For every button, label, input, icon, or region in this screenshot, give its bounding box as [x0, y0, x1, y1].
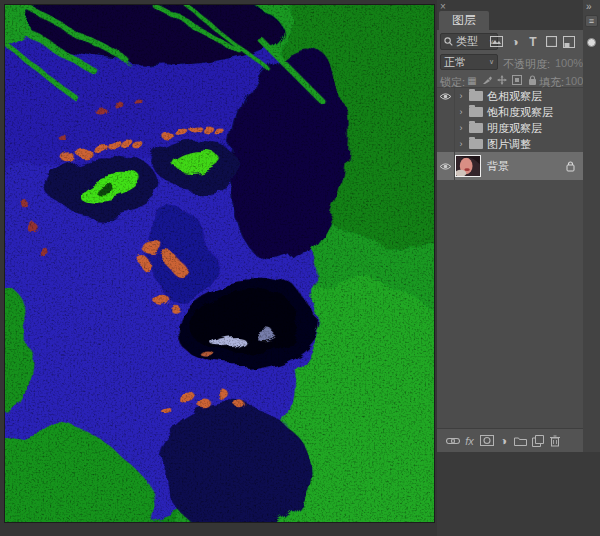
layer-row-saturation-observe[interactable]: › 饱和度观察层	[437, 104, 583, 120]
filter-type-layers-icon[interactable]: T	[525, 34, 541, 49]
lock-position-icon[interactable]	[495, 73, 509, 87]
photoshop-window: × 图层 类型 ∨ ◑	[0, 0, 600, 536]
panel-menu-icon[interactable]: ≡	[585, 15, 598, 27]
filter-adjustment-layers-icon[interactable]: ◑	[507, 34, 523, 49]
link-layers-icon[interactable]	[445, 433, 460, 448]
panel-right-band: » ≡	[583, 0, 600, 452]
chevron-down-icon: ∨	[489, 58, 494, 66]
layer-name[interactable]: 图片调整	[487, 137, 531, 152]
new-layer-icon[interactable]	[530, 433, 545, 448]
layer-style-fx-icon[interactable]: fx	[462, 433, 477, 448]
blend-mode-dropdown[interactable]: 正常 ∨	[440, 54, 498, 70]
lock-transparent-pixels-icon[interactable]: ▦	[465, 73, 479, 87]
panel-bottom-bar: fx ◑	[437, 428, 583, 452]
group-folder-icon	[469, 139, 483, 149]
lock-icon	[566, 161, 575, 172]
layer-row-background[interactable]: 背景	[437, 152, 583, 180]
layer-row-lightness-observe[interactable]: › 明度观察层	[437, 120, 583, 136]
visibility-toggle[interactable]	[437, 152, 455, 180]
twist-arrow-icon[interactable]: ›	[455, 139, 467, 149]
filter-type-label: 类型	[456, 34, 478, 49]
lock-image-pixels-icon[interactable]	[480, 73, 494, 87]
posterized-portrait-image	[5, 5, 434, 522]
visibility-toggle[interactable]	[437, 120, 455, 136]
layer-controls: 类型 ∨ ◑ T 正常	[437, 30, 583, 88]
visibility-toggle[interactable]	[437, 104, 455, 120]
eye-icon	[439, 162, 452, 171]
visibility-toggle[interactable]	[437, 88, 455, 104]
document-canvas[interactable]	[4, 4, 435, 523]
layer-list: › 色相观察层 › 饱和度观察层 › 明度观察层	[437, 88, 583, 428]
filter-shape-layers-icon[interactable]	[543, 34, 559, 49]
group-folder-icon	[469, 107, 483, 117]
opacity-value[interactable]: 100%	[555, 57, 583, 69]
eye-icon	[439, 92, 452, 101]
new-adjustment-layer-icon[interactable]: ◑	[496, 433, 511, 448]
layer-name[interactable]: 色相观察层	[487, 89, 542, 104]
search-icon	[444, 37, 453, 46]
layer-row-hue-observe[interactable]: › 色相观察层	[437, 88, 583, 104]
opacity-label: 不透明度:	[503, 57, 550, 72]
canvas-area	[0, 0, 437, 536]
collapse-panel-icon[interactable]: »	[586, 1, 591, 12]
panel-dock: × 图层 类型 ∨ ◑	[437, 0, 600, 536]
lock-artboard-nesting-icon[interactable]	[510, 73, 524, 87]
group-folder-icon	[469, 91, 483, 101]
layer-row-image-adjust[interactable]: › 图片调整	[437, 136, 583, 152]
new-group-icon[interactable]	[513, 433, 528, 448]
delete-layer-icon[interactable]	[547, 433, 562, 448]
layer-name[interactable]: 明度观察层	[487, 121, 542, 136]
layers-panel: × 图层 类型 ∨ ◑	[437, 0, 600, 452]
twist-arrow-icon[interactable]: ›	[455, 123, 467, 133]
layer-thumbnail[interactable]	[455, 155, 481, 177]
layer-name[interactable]: 饱和度观察层	[487, 105, 553, 120]
tab-layers[interactable]: 图层	[439, 11, 489, 30]
twist-arrow-icon[interactable]: ›	[455, 107, 467, 117]
panel-tab-bar: × 图层	[437, 0, 583, 30]
filter-pixel-layers-icon[interactable]	[488, 34, 504, 49]
add-layer-mask-icon[interactable]	[479, 433, 494, 448]
lock-all-icon[interactable]	[525, 73, 539, 87]
group-folder-icon	[469, 123, 483, 133]
layer-filter-toggle[interactable]	[587, 38, 596, 47]
layer-name[interactable]: 背景	[487, 159, 509, 174]
blend-mode-value: 正常	[444, 55, 466, 70]
twist-arrow-icon[interactable]: ›	[455, 91, 467, 101]
filter-smart-objects-icon[interactable]	[561, 34, 577, 49]
visibility-toggle[interactable]	[437, 136, 455, 152]
